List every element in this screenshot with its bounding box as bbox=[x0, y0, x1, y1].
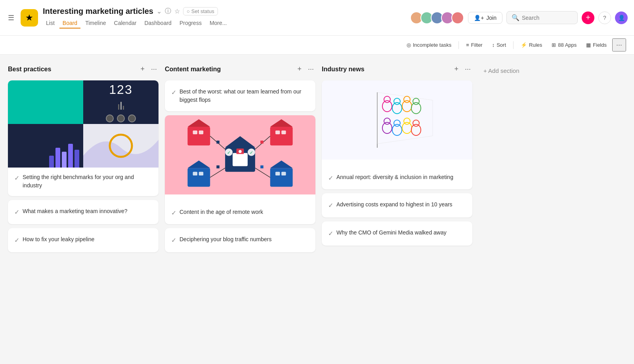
project-title: Interesting marketing articles bbox=[43, 7, 153, 16]
card-body-in1: ✓ Annual report: diversity & inclusion i… bbox=[322, 168, 472, 189]
filter-button[interactable]: ≡ Filter bbox=[462, 40, 486, 50]
tab-progress[interactable]: Progress bbox=[176, 18, 205, 29]
svg-marker-19 bbox=[187, 160, 210, 168]
incomplete-tasks-button[interactable]: ◎ Incomplete tasks bbox=[403, 40, 456, 50]
tab-timeline[interactable]: Timeline bbox=[82, 18, 109, 29]
card-image-bp1: 123 bbox=[8, 80, 158, 168]
sort-button[interactable]: ↕ Sort bbox=[488, 40, 510, 50]
column-more-content-marketing[interactable]: ··· bbox=[306, 64, 315, 74]
card-bp3[interactable]: ✓ How to fix your leaky pipeline bbox=[8, 228, 158, 252]
card-label-cm2: Content in the age of remote work bbox=[180, 208, 263, 216]
svg-rect-31 bbox=[260, 141, 264, 144]
tab-dashboard[interactable]: Dashboard bbox=[141, 18, 175, 29]
svg-rect-33 bbox=[260, 166, 264, 169]
card-body-bp1: ✓ Setting the right benchmarks for your … bbox=[8, 168, 158, 196]
tab-more[interactable]: More... bbox=[206, 18, 230, 29]
svg-marker-15 bbox=[270, 119, 293, 127]
svg-point-36 bbox=[384, 96, 390, 103]
column-title-industry-news: Industry news bbox=[322, 66, 449, 73]
hamburger-button[interactable]: ☰ bbox=[6, 12, 16, 24]
tab-calendar[interactable]: Calendar bbox=[111, 18, 140, 29]
info-icon[interactable]: ⓘ bbox=[165, 7, 171, 15]
card-text-cm3: ✓ Deciphering your blog traffic numbers bbox=[171, 235, 309, 245]
svg-rect-13 bbox=[199, 130, 203, 134]
sort-icon: ↕ bbox=[492, 42, 495, 48]
star-icon[interactable]: ☆ bbox=[174, 8, 180, 15]
column-content-marketing: Content marketing + ··· ✓ Best of the wo… bbox=[165, 63, 315, 256]
check-icon-bp2: ✓ bbox=[14, 208, 19, 217]
add-button[interactable]: + bbox=[582, 11, 594, 24]
add-section-button[interactable]: + Add section bbox=[479, 64, 542, 77]
project-title-row: Interesting marketing articles ⌄ ⓘ ☆ ○ S… bbox=[43, 7, 405, 16]
column-add-content-marketing[interactable]: + bbox=[296, 64, 303, 74]
rules-label: Rules bbox=[529, 42, 542, 48]
board-container: Best practices + ··· 123 bbox=[0, 55, 634, 364]
search-box[interactable]: 🔍 bbox=[506, 11, 578, 24]
search-icon: 🔍 bbox=[512, 14, 519, 21]
search-input[interactable] bbox=[522, 15, 569, 21]
card-in2[interactable]: ✓ Advertising costs expand to highest in… bbox=[322, 193, 472, 217]
column-add-best-practices[interactable]: + bbox=[139, 64, 146, 74]
svg-rect-16 bbox=[275, 130, 280, 134]
fields-button[interactable]: ▦ Fields bbox=[582, 40, 611, 50]
toolbar-more-button[interactable]: ··· bbox=[612, 38, 626, 51]
card-cm1[interactable]: ✓ Best of the worst: what our team learn… bbox=[165, 80, 315, 111]
rules-button[interactable]: ⚡ Rules bbox=[517, 40, 546, 50]
column-header-best-practices: Best practices + ··· bbox=[8, 63, 158, 76]
tab-list[interactable]: List bbox=[43, 18, 58, 29]
card-bp1[interactable]: 123 bbox=[8, 80, 158, 196]
join-button[interactable]: 👤+ Join bbox=[468, 12, 502, 24]
fields-label: Fields bbox=[593, 42, 607, 48]
check-circle-icon: ◎ bbox=[407, 42, 411, 48]
column-more-best-practices[interactable]: ··· bbox=[149, 64, 158, 74]
card-body-cm2: ✓ Content in the age of remote work bbox=[165, 202, 315, 224]
column-add-industry-news[interactable]: + bbox=[453, 64, 460, 74]
svg-rect-22 bbox=[270, 168, 293, 187]
card-in1[interactable]: ✓ Annual report: diversity & inclusion i… bbox=[322, 80, 472, 189]
user-avatar[interactable]: 👤 bbox=[615, 11, 628, 24]
check-icon-in1: ✓ bbox=[328, 173, 333, 183]
toolbar-divider-2 bbox=[513, 41, 514, 49]
card-body-bp3: ✓ How to fix your leaky pipeline bbox=[8, 228, 158, 252]
check-icon-in2: ✓ bbox=[328, 201, 333, 210]
card-text-bp1: ✓ Setting the right benchmarks for your … bbox=[14, 173, 152, 190]
svg-marker-23 bbox=[270, 160, 293, 168]
tab-board[interactable]: Board bbox=[59, 18, 80, 29]
toolbar-divider-1 bbox=[458, 41, 459, 49]
card-in3[interactable]: ✓ Why the CMO of Gemini Media walked awa… bbox=[322, 221, 472, 246]
card-image-cm2: ✓ ✓ bbox=[165, 115, 315, 202]
help-button[interactable]: ? bbox=[598, 11, 611, 24]
bp-dashboard-image: 123 bbox=[8, 80, 158, 168]
svg-point-38 bbox=[394, 98, 400, 105]
dropdown-icon[interactable]: ⌄ bbox=[157, 8, 162, 15]
card-cm3[interactable]: ✓ Deciphering your blog traffic numbers bbox=[165, 228, 315, 252]
set-status-button[interactable]: ○ Set status bbox=[183, 7, 218, 15]
card-text-bp3: ✓ How to fix your leaky pipeline bbox=[14, 235, 152, 245]
check-icon-in3: ✓ bbox=[328, 229, 333, 238]
check-icon-bp1: ✓ bbox=[14, 173, 19, 183]
check-icon-cm2: ✓ bbox=[171, 208, 176, 218]
bp-q2: 123 bbox=[83, 80, 158, 124]
apps-button[interactable]: ⊞ 88 Apps bbox=[548, 40, 581, 50]
card-cm2[interactable]: ✓ ✓ bbox=[165, 115, 315, 224]
avatar-5[interactable] bbox=[451, 11, 464, 24]
sort-label: Sort bbox=[497, 42, 506, 48]
apps-icon: ⊞ bbox=[552, 42, 556, 48]
bp-q3 bbox=[8, 124, 83, 168]
svg-rect-3 bbox=[233, 153, 248, 166]
card-label-in3: Why the CMO of Gemini Media walked away bbox=[336, 229, 447, 237]
svg-rect-24 bbox=[275, 172, 280, 175]
svg-rect-12 bbox=[193, 130, 197, 134]
card-image-in1 bbox=[322, 80, 472, 168]
join-icon: 👤+ bbox=[474, 15, 484, 21]
svg-marker-11 bbox=[187, 119, 210, 127]
set-status-label: Set status bbox=[191, 8, 214, 14]
app-icon: ★ bbox=[21, 9, 38, 27]
column-more-industry-news[interactable]: ··· bbox=[463, 64, 472, 74]
card-label-bp2: What makes a marketing team innovative? bbox=[23, 207, 128, 215]
card-bp2[interactable]: ✓ What makes a marketing team innovative… bbox=[8, 200, 158, 224]
check-icon-cm3: ✓ bbox=[171, 236, 176, 245]
check-icon-bp3: ✓ bbox=[14, 236, 19, 245]
apps-label: 88 Apps bbox=[558, 42, 577, 48]
filter-icon: ≡ bbox=[466, 42, 469, 48]
